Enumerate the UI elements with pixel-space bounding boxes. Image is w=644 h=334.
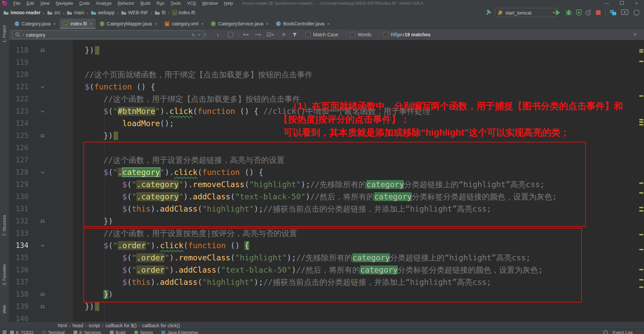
run-window-icon[interactable] [621,9,628,16]
tool-window-button-web[interactable]: Web [2,305,7,313]
code-line[interactable]: //这个函数，用于绑定【点击加载更多】按钮的点击事件 [85,93,300,105]
menu-refactor[interactable]: Refactor [115,1,137,6]
tab-categorymapper-java[interactable]: ICategoryMapper.java× [96,19,161,29]
run-configuration-select[interactable]: start_tomcat ▾ [495,8,558,17]
code-line[interactable]: }) [85,215,113,227]
bottom-breadcrumb-item[interactable]: script [89,323,100,328]
tool-window-button-7-structure[interactable]: 7: Structure [2,215,7,236]
menu-window[interactable]: Window [199,1,221,6]
fold-end-icon[interactable] [40,215,45,227]
search-option-regex[interactable]: Regex [383,32,404,37]
menu-analyze[interactable]: Analyze [93,1,115,6]
close-tab-icon[interactable]: × [266,21,269,26]
bottom-breadcrumb-item[interactable]: callback for click() [142,323,180,328]
tab-category-xml[interactable]: ‹›category.xml× [161,19,207,29]
checkbox-icon[interactable] [350,32,355,37]
build-hammer-icon[interactable] [485,9,492,16]
status-item-services[interactable]: 8: Services [74,330,101,334]
close-button[interactable]: × [629,1,644,6]
tab-category-java[interactable]: CCategory.java× [11,19,60,29]
tab-bookcontroller-java[interactable]: CBookController.java× [272,19,333,29]
code-line[interactable]: $(".category").removeClass("highlight");… [85,178,545,191]
status-item-build[interactable]: Build [110,330,125,334]
menu-file[interactable]: File [10,1,23,6]
maximize-button[interactable] [614,1,629,6]
code-line[interactable]: $(".category").click(function () { [85,166,263,178]
filter-search-results-icon[interactable]: ≡ [282,29,285,40]
breadcrumb-item-index.ftl[interactable]: ‹›index.ftl [171,10,196,15]
breadcrumb-item-imooc-reader[interactable]: imooc-reader [3,10,41,15]
fold-start-icon[interactable] [40,166,45,178]
new-line-icon[interactable]: ↻ [192,32,196,38]
menu-build[interactable]: Build [137,1,153,6]
debug-button[interactable] [565,9,572,16]
code-line[interactable]: $(".order").removeClass("highlight");//先… [85,252,530,264]
code-line[interactable]: }) [85,300,99,313]
profiler-icon[interactable] [585,9,592,16]
menu-view[interactable]: View [37,1,53,6]
fold-start-icon[interactable] [40,81,45,93]
fold-start-icon[interactable] [40,239,45,252]
code-line[interactable]: //这个页面就绪函数，用于绑定【点击加载更多】按钮的点击事件 [85,68,313,81]
code-line[interactable]: }) [85,288,113,300]
status-item-javaee[interactable]: Java Enterprise [161,330,198,334]
tool-window-grid-icon[interactable] [3,330,6,334]
menu-vcs[interactable]: VCS [184,1,199,6]
fold-end-icon[interactable] [40,300,45,313]
code-line[interactable]: $(function () { [85,81,155,93]
checkbox-icon[interactable] [305,32,311,37]
find-in-selection-icon[interactable] [228,29,233,40]
fold-end-icon[interactable] [40,288,45,300]
search-option-words[interactable]: Words [350,32,371,37]
search-everywhere-icon[interactable] [632,9,639,16]
tool-window-button-1-project[interactable]: 1: Project [2,25,7,43]
close-find-bar-icon[interactable]: × [633,29,637,40]
run-button[interactable] [556,10,560,15]
breadcrumb-item-main[interactable]: main [66,10,85,15]
clear-search-icon[interactable]: × [198,32,200,38]
close-tab-icon[interactable]: × [327,21,330,26]
next-occurrence-icon[interactable]: ↓ [216,29,219,40]
close-tab-icon[interactable]: × [90,21,92,26]
code-line[interactable]: //这个函数，用于设置分类超链接，高亮与否的设置 [85,154,285,166]
breadcrumb-item-src[interactable]: src [46,10,61,15]
minimize-button[interactable]: — [599,1,614,6]
code-line[interactable]: $(this).addClass("highlight");//捕获当前点击的分… [85,276,491,288]
code-line[interactable]: loadMore(); [85,117,174,130]
close-tab-icon[interactable]: × [53,21,56,26]
breadcrumb-item-ftl[interactable]: ftl [154,10,166,15]
menu-tools[interactable]: Tools [168,1,184,6]
bottom-breadcrumb-item[interactable]: callback for $() [105,323,137,328]
status-item-terminal[interactable]: Terminal [42,330,65,334]
search-option-match-case[interactable]: Match Case [305,32,338,37]
project-structure-icon[interactable] [609,9,617,16]
menu-navigate[interactable]: Navigate [53,1,76,6]
tab-categoryservice-java[interactable]: ICategoryService.java× [207,19,272,29]
intellij-logo-icon[interactable] [2,1,7,5]
code-line[interactable]: $(".order").addClass("text-black-50")//然… [85,264,543,276]
tool-window-button-2-favorites[interactable]: 2: Favorites [2,264,7,286]
status-item-spring[interactable]: Spring [134,330,153,334]
add-occurrence-icon[interactable]: +xx [243,29,248,40]
code-line[interactable]: }) [85,130,118,142]
stop-button[interactable] [596,10,601,15]
menu-edit[interactable]: Edit [23,1,37,6]
select-all-occurrences-icon[interactable]: ☑xx [267,29,274,40]
fold-end-icon[interactable] [40,44,45,56]
code-line[interactable]: $(".order").click(function () { [85,239,249,252]
previous-occurrence-icon[interactable]: ↑ [204,29,207,40]
breadcrumb-item-webapp[interactable]: webapp [90,10,115,15]
code-line[interactable]: $(this).addClass("highlight");//捕获当前点击的分… [85,203,491,215]
bottom-breadcrumb-item[interactable]: head [73,323,83,328]
checkbox-icon[interactable] [383,32,388,37]
close-tab-icon[interactable]: × [201,21,204,26]
status-item-todo[interactable]: 6: TODO [10,330,34,334]
search-input[interactable]: ▾ category ↻ × [12,31,203,39]
regex-help-icon[interactable]: ? [394,29,397,40]
tab-index-ftl[interactable]: ‹›index.ftl× [60,19,96,29]
run-with-coverage-icon[interactable] [575,9,582,16]
bottom-breadcrumb-item[interactable]: html [58,323,67,328]
code-line[interactable]: $(".category").addClass("text-black-50")… [85,191,557,203]
menu-run[interactable]: Run [153,1,168,6]
fold-end-icon[interactable] [40,130,45,142]
